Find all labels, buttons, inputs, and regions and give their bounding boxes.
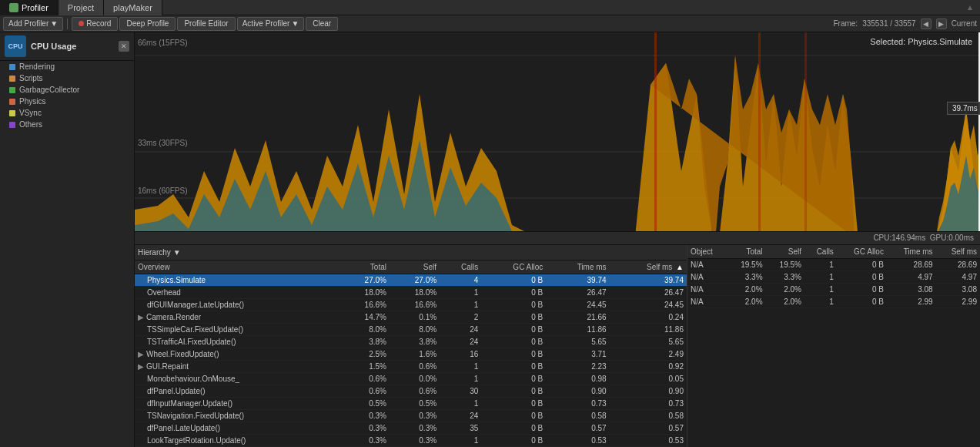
profile-editor-button[interactable]: Profile Editor (177, 17, 235, 31)
table-row[interactable]: TSTrafficAI.FixedUpdate()3.8%3.8%240 B5.… (135, 336, 687, 348)
expand-arrow-icon[interactable]: ▶ (138, 313, 144, 321)
detail-col-self[interactable]: Self (766, 245, 804, 259)
table-row[interactable]: dfGUIManager.LateUpdate()16.6%16.6%10 B2… (135, 299, 687, 311)
row-timeMs-cell: 0.73 (546, 398, 609, 410)
row-self-cell: 0.6% (390, 361, 440, 373)
detail-col-total[interactable]: Total (727, 245, 765, 259)
row-name-cell: dfPanel.Update() (135, 385, 339, 398)
row-timeMs-cell: 24.45 (546, 299, 609, 311)
row-selfMs-cell: 39.74 (610, 274, 687, 287)
row-selfMs-cell: 0.90 (610, 385, 687, 398)
detail-row-timeMs-cell: 4.97 (887, 271, 936, 284)
status-bar: CPU:146.94ms GPU:0.00ms (135, 232, 980, 245)
table-row[interactable]: ▶Wheel.FixedUpdate()2.5%1.6%160 B3.712.4… (135, 348, 687, 361)
table-row[interactable]: dfPanel.Update()0.6%0.6%300 B0.900.90 (135, 385, 687, 398)
frame-value: 335531 / 33557 (862, 19, 916, 28)
table-row[interactable]: dfInputManager.Update()0.5%0.5%10 B0.730… (135, 398, 687, 410)
detail-table-container[interactable]: Object Total Self Calls GC Alloc Time ms… (687, 245, 980, 447)
row-name-cell: dfGUIManager.LateUpdate() (135, 299, 339, 311)
selected-label: Selected: Physics.Simulate (870, 37, 972, 46)
row-gcAlloc-cell: 0 B (481, 287, 546, 299)
maximize-icon[interactable]: ▲ (960, 2, 980, 13)
legend-scripts: Scripts (0, 72, 134, 84)
table-row[interactable]: TSSimpleCar.FixedUpdate()8.0%8.0%240 B11… (135, 324, 687, 336)
col-self[interactable]: Self (390, 260, 440, 274)
table-row[interactable]: Physics.Simulate27.0%27.0%40 B39.7439.74 (135, 274, 687, 287)
row-calls-cell: 4 (440, 274, 481, 287)
col-calls[interactable]: Calls (440, 260, 481, 274)
expand-arrow-icon[interactable]: ▶ (138, 350, 144, 358)
table-row[interactable]: N/A2.0%2.0%10 B3.083.08 (687, 284, 980, 296)
row-gcAlloc-cell: 0 B (481, 422, 546, 435)
row-self-cell: 8.0% (390, 324, 440, 336)
row-gcAlloc-cell: 0 B (481, 385, 546, 398)
expand-arrow-icon[interactable]: ▶ (138, 362, 144, 371)
legend-vsync: VSync (0, 107, 134, 119)
row-selfMs-cell: 5.65 (610, 336, 687, 348)
row-total-cell: 0.3% (339, 410, 390, 422)
detail-row-gcAlloc-cell: 0 B (837, 296, 887, 308)
detail-col-selfms[interactable]: Self ms (936, 245, 980, 259)
row-total-cell: 0.6% (339, 385, 390, 398)
sidebar-close-button[interactable]: ✕ (119, 41, 129, 52)
main-panel: CPU CPU Usage ✕ Rendering Scripts Garbag… (0, 32, 980, 447)
chart-area[interactable]: 66ms (15FPS) 33ms (30FPS) 16ms (60FPS) S… (135, 32, 980, 232)
tab-profiler-label: Profiler (22, 3, 48, 12)
row-timeMs-cell: 3.71 (546, 348, 609, 361)
detail-row-timeMs-cell: 3.08 (887, 284, 936, 296)
detail-row-self-cell: 19.5% (766, 259, 804, 271)
tab-profiler[interactable]: Profiler (0, 0, 59, 15)
table-row[interactable]: N/A19.5%19.5%10 B28.6928.69 (687, 259, 980, 271)
table-row[interactable]: Monobehaviour.OnMouse_0.6%0.0%10 B0.980.… (135, 373, 687, 385)
table-row[interactable]: ▶Camera.Render14.7%0.1%20 B21.660.24 (135, 311, 687, 324)
row-total-cell: 3.8% (339, 336, 390, 348)
deep-profile-button[interactable]: Deep Profile (119, 17, 176, 31)
hierarchy-table-container[interactable]: Overview Total Self Calls GC Alloc Time … (135, 260, 687, 447)
profiler-tab-icon (9, 3, 18, 12)
hierarchy-dropdown[interactable]: Hierarchy ▼ (138, 248, 181, 257)
row-timeMs-cell: 5.65 (546, 336, 609, 348)
table-row[interactable]: Overhead18.0%18.0%10 B26.4726.47 (135, 287, 687, 299)
col-timems[interactable]: Time ms (546, 260, 609, 274)
row-name-cell: Overhead (135, 287, 339, 299)
physics-color-dot (9, 99, 15, 105)
row-calls-cell: 16 (440, 348, 481, 361)
detail-col-calls[interactable]: Calls (804, 245, 837, 259)
frame-next-button[interactable]: ▶ (936, 18, 947, 29)
detail-col-timems[interactable]: Time ms (887, 245, 936, 259)
table-row[interactable]: LookTargetRotation.Update()0.3%0.3%10 B0… (135, 435, 687, 447)
frame-prev-button[interactable]: ◀ (921, 18, 932, 29)
row-gcAlloc-cell: 0 B (481, 398, 546, 410)
row-gcAlloc-cell: 0 B (481, 336, 546, 348)
table-row[interactable]: N/A3.3%3.3%10 B4.974.97 (687, 271, 980, 284)
record-button[interactable]: Record (72, 17, 118, 31)
frame-next-icon: ▶ (938, 20, 944, 28)
toolbar-separator-1 (67, 18, 68, 29)
detail-thead: Object Total Self Calls GC Alloc Time ms… (687, 245, 980, 259)
table-row[interactable]: ▶GUI.Repaint1.5%0.6%10 B2.230.92 (135, 361, 687, 373)
col-selfms[interactable]: Self ms ▲ (610, 260, 687, 274)
table-row[interactable]: dfPanel.LateUpdate()0.3%0.3%350 B0.570.5… (135, 422, 687, 435)
clear-button[interactable]: Clear (306, 17, 338, 31)
row-calls-cell: 1 (440, 361, 481, 373)
add-profiler-dropdown[interactable]: Add Profiler ▼ (3, 17, 63, 31)
row-self-cell: 1.6% (390, 348, 440, 361)
current-label: Current (952, 19, 977, 28)
row-timeMs-cell: 2.23 (546, 361, 609, 373)
table-row[interactable]: TSNavigation.FixedUpdate()0.3%0.3%240 B0… (135, 410, 687, 422)
col-gcalloc[interactable]: GC Alloc (481, 260, 546, 274)
row-selfMs-cell: 0.58 (610, 410, 687, 422)
legend-physics: Physics (0, 96, 134, 107)
detail-col-gcalloc[interactable]: GC Alloc (837, 245, 887, 259)
tab-playmaker[interactable]: playMaker (104, 0, 162, 15)
detail-row-total-cell: 3.3% (727, 271, 765, 284)
row-calls-cell: 24 (440, 324, 481, 336)
table-row[interactable]: N/A2.0%2.0%10 B2.992.99 (687, 296, 980, 308)
detail-row-gcAlloc-cell: 0 B (837, 259, 887, 271)
scripts-label: Scripts (19, 74, 43, 82)
tab-project[interactable]: Project (59, 0, 104, 15)
row-selfMs-cell: 0.05 (610, 373, 687, 385)
bottom-panel: Hierarchy ▼ Overview Total Self Calls GC (135, 245, 980, 447)
col-total[interactable]: Total (339, 260, 390, 274)
active-profiler-dropdown[interactable]: Active Profiler ▼ (237, 17, 305, 31)
